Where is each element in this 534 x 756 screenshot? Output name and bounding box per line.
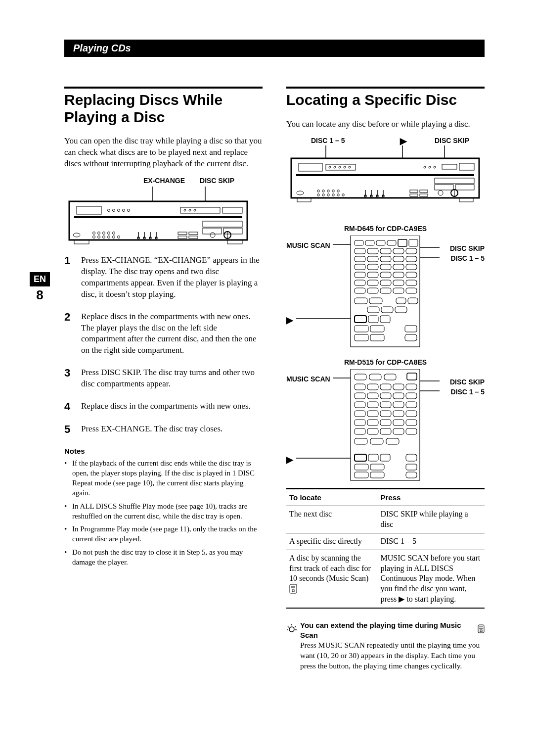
svg-rect-14 bbox=[74, 216, 242, 218]
svg-rect-136 bbox=[406, 288, 417, 293]
svg-rect-89 bbox=[410, 194, 418, 196]
svg-rect-188 bbox=[367, 428, 378, 434]
svg-point-76 bbox=[332, 194, 335, 196]
col-left: Replacing Discs While Playing a Disc You… bbox=[64, 87, 263, 671]
svg-rect-190 bbox=[393, 428, 404, 434]
remote-2-diagram: MUSIC SCAN ▶ DISC SKIP DISC 1 – 5 bbox=[286, 369, 485, 483]
svg-point-23 bbox=[113, 232, 115, 234]
label-exchange: EX-CHANGE bbox=[143, 177, 185, 185]
step-1: Press EX-CHANGE. “EX-CHANGE” appears in … bbox=[81, 255, 263, 300]
svg-point-58 bbox=[424, 166, 426, 168]
cd-player-diagram-right: DISC 1 – 5 ▶ DISC SKIP bbox=[286, 137, 485, 216]
svg-rect-199 bbox=[355, 464, 368, 470]
svg-rect-133 bbox=[367, 288, 378, 293]
col-right: Locating a Specific Disc You can locate … bbox=[286, 87, 485, 671]
svg-point-7 bbox=[123, 209, 125, 211]
svg-rect-180 bbox=[393, 411, 404, 417]
svg-rect-122 bbox=[355, 272, 365, 278]
svg-rect-145 bbox=[368, 316, 378, 323]
svg-rect-39 bbox=[189, 232, 198, 235]
svg-rect-121 bbox=[406, 264, 417, 270]
svg-rect-208 bbox=[292, 590, 294, 592]
svg-point-57 bbox=[349, 166, 351, 168]
svg-rect-64 bbox=[435, 178, 474, 184]
svg-point-12 bbox=[194, 209, 196, 211]
divider bbox=[64, 87, 263, 89]
svg-rect-139 bbox=[396, 298, 406, 304]
step-5: Press EX-CHANGE. The disc tray closes. bbox=[81, 424, 222, 435]
svg-rect-140 bbox=[408, 298, 418, 304]
svg-rect-148 bbox=[370, 326, 384, 332]
svg-point-67 bbox=[297, 191, 304, 195]
page-number: 8 bbox=[30, 286, 50, 303]
svg-rect-110 bbox=[393, 248, 404, 254]
svg-rect-177 bbox=[355, 411, 365, 417]
svg-rect-112 bbox=[355, 256, 365, 262]
svg-rect-169 bbox=[380, 393, 391, 399]
svg-point-71 bbox=[332, 190, 335, 192]
svg-rect-125 bbox=[393, 272, 404, 278]
svg-rect-105 bbox=[398, 239, 407, 246]
svg-rect-102 bbox=[365, 240, 374, 245]
note-1: If the playback of the current disc ends… bbox=[64, 458, 263, 498]
svg-rect-202 bbox=[355, 472, 368, 478]
svg-rect-176 bbox=[406, 402, 417, 408]
svg-rect-129 bbox=[380, 280, 391, 285]
svg-rect-191 bbox=[406, 428, 417, 434]
svg-point-70 bbox=[327, 190, 330, 192]
svg-rect-62 bbox=[459, 163, 474, 170]
svg-point-77 bbox=[337, 194, 340, 196]
intro-right: You can locate any disc before or while … bbox=[286, 119, 485, 130]
svg-point-60 bbox=[434, 166, 436, 168]
svg-rect-187 bbox=[355, 428, 365, 434]
svg-rect-120 bbox=[393, 264, 404, 270]
svg-rect-147 bbox=[355, 326, 368, 332]
table-row: The next disc DISC SKIP while playing a … bbox=[286, 506, 485, 533]
remote-icon bbox=[478, 624, 485, 636]
svg-rect-182 bbox=[355, 420, 365, 425]
svg-rect-150 bbox=[355, 334, 368, 341]
svg-rect-151 bbox=[370, 334, 384, 341]
svg-point-11 bbox=[189, 209, 191, 211]
remote-1-title: RM-D645 for CDP-CA9ES bbox=[286, 225, 485, 233]
svg-rect-193 bbox=[370, 438, 383, 444]
svg-rect-196 bbox=[368, 454, 378, 461]
svg-rect-61 bbox=[442, 164, 457, 169]
svg-point-209 bbox=[289, 627, 294, 632]
svg-rect-204 bbox=[406, 472, 417, 478]
svg-rect-178 bbox=[367, 411, 378, 417]
svg-point-42 bbox=[210, 233, 215, 237]
svg-point-27 bbox=[108, 236, 110, 238]
svg-point-74 bbox=[322, 194, 325, 196]
svg-rect-172 bbox=[355, 402, 365, 408]
svg-rect-13 bbox=[222, 207, 242, 213]
svg-point-10 bbox=[184, 209, 186, 211]
svg-rect-137 bbox=[355, 298, 367, 304]
svg-point-75 bbox=[327, 194, 330, 196]
svg-rect-65 bbox=[435, 185, 453, 190]
svg-point-29 bbox=[118, 236, 120, 238]
svg-rect-159 bbox=[369, 374, 381, 380]
svg-rect-118 bbox=[367, 264, 378, 270]
note-3: In Programme Play mode (see page 11), on… bbox=[64, 524, 263, 544]
svg-rect-41 bbox=[189, 236, 198, 238]
svg-point-68 bbox=[317, 190, 320, 192]
note-2: In ALL DISCS Shuffle Play mode (see page… bbox=[64, 501, 263, 521]
svg-rect-143 bbox=[395, 307, 407, 313]
svg-point-6 bbox=[118, 209, 120, 211]
svg-rect-128 bbox=[367, 280, 378, 285]
svg-rect-157 bbox=[351, 369, 420, 480]
svg-line-212 bbox=[295, 626, 296, 627]
svg-point-73 bbox=[317, 194, 320, 196]
svg-rect-174 bbox=[380, 402, 391, 408]
svg-rect-142 bbox=[381, 307, 393, 313]
svg-point-59 bbox=[429, 166, 431, 168]
svg-rect-131 bbox=[406, 280, 417, 285]
svg-rect-144 bbox=[355, 316, 366, 323]
svg-point-22 bbox=[108, 232, 110, 234]
svg-rect-164 bbox=[380, 384, 391, 390]
step-2: Replace discs in the compartments with n… bbox=[81, 311, 263, 357]
svg-rect-198 bbox=[406, 454, 417, 461]
intro-left: You can open the disc tray while playing… bbox=[64, 136, 263, 170]
play-icon: ▶ bbox=[400, 136, 407, 146]
